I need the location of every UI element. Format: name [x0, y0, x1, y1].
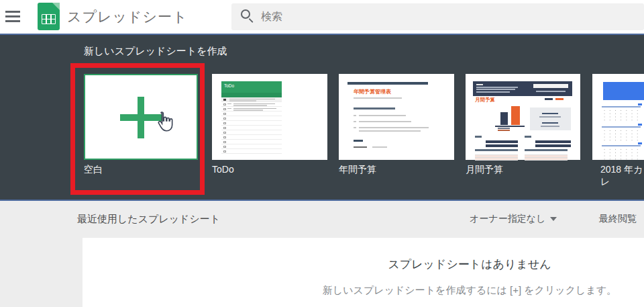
- template-gallery-section: 新しいスプレッドシートを作成 空白 ToDo ToDo 年間予算管理表: [0, 35, 644, 200]
- template-label-todo: ToDo: [212, 164, 234, 175]
- plus-icon: [138, 97, 144, 138]
- empty-state-title: スプレッドシートはありません: [268, 257, 644, 272]
- search-box[interactable]: [231, 3, 644, 30]
- template-label-annual-budget: 年間予算: [339, 164, 376, 176]
- app-title: スプレッドシート: [67, 7, 187, 26]
- recent-section: 最近使用したスプレッドシート オーナー指定なし 最終閲覧 スプレッドシートはあり…: [0, 201, 644, 307]
- new-spreadsheet-heading: 新しいスプレッドシートを作成: [84, 45, 227, 58]
- template-label-2018-calendar: 2018 年カレ: [600, 164, 644, 188]
- template-card-2018-calendar[interactable]: [592, 74, 644, 160]
- monthly-thumb-title: 月間予算: [475, 97, 495, 103]
- template-label-monthly-budget: 月間予算: [466, 164, 503, 176]
- hamburger-menu-icon[interactable]: [5, 11, 20, 22]
- hand-cursor-icon: [155, 110, 174, 133]
- sort-last-viewed[interactable]: 最終閲覧: [599, 213, 637, 225]
- sheets-logo-icon[interactable]: [38, 3, 60, 30]
- recent-heading: 最近使用したスプレッドシート: [77, 213, 220, 226]
- owner-filter-dropdown[interactable]: オーナー指定なし: [470, 213, 545, 225]
- owner-filter-label: オーナー指定なし: [470, 213, 545, 224]
- template-card-monthly-budget[interactable]: 月間予算: [466, 74, 580, 160]
- template-label-blank: 空白: [84, 164, 103, 176]
- search-input[interactable]: [261, 3, 623, 30]
- chevron-down-icon: [550, 217, 557, 221]
- empty-state-hint: 新しいスプレッドシートを作成するには [+] をクリックします。: [268, 284, 644, 297]
- template-card-blank[interactable]: [84, 74, 198, 160]
- search-icon: [241, 9, 250, 19]
- top-bar: スプレッドシート: [0, 0, 644, 34]
- todo-thumb-title: ToDo: [221, 81, 282, 93]
- template-card-annual-budget[interactable]: 年間予算管理表: [339, 74, 454, 160]
- template-card-todo[interactable]: ToDo: [212, 74, 327, 160]
- recent-files-panel: スプレッドシートはありません 新しいスプレッドシートを作成するには [+] をク…: [83, 238, 644, 307]
- annual-thumb-title: 年間予算管理表: [354, 88, 391, 95]
